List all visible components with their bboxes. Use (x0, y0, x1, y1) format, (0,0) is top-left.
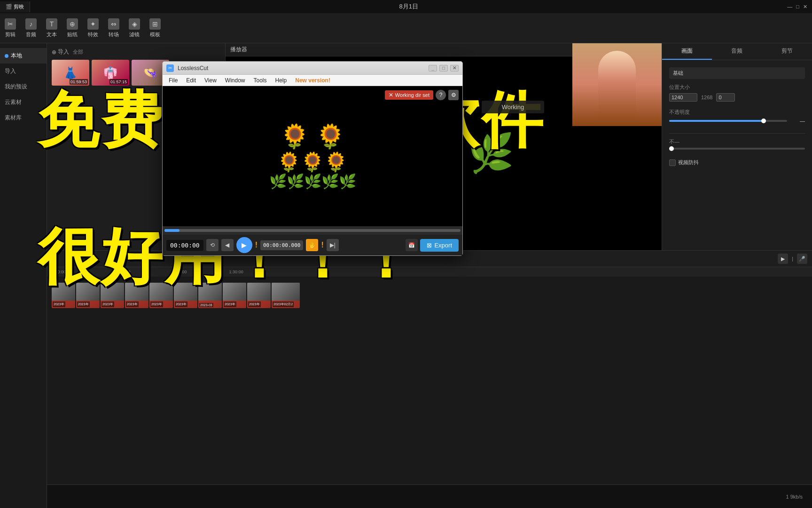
lc-next-btn[interactable]: ▶| (327, 239, 339, 251)
clip-10[interactable]: 2023年02月2 (272, 283, 300, 308)
lc-menu-file[interactable]: File (165, 76, 181, 85)
clip-6[interactable]: 2023年 (174, 283, 197, 308)
lc-menu-new-version[interactable]: New version! (291, 76, 334, 85)
toolbar-text[interactable]: T 文本 (46, 18, 57, 38)
lc-hand-button[interactable]: ✋ (306, 239, 318, 251)
blur-handle[interactable] (669, 146, 674, 151)
clip-img-8 (223, 283, 246, 301)
timeline-playback-btn[interactable]: ▶ (778, 254, 788, 264)
status-bar: 1102 1 9kb/s (0, 484, 812, 508)
lc-menu-edit[interactable]: Edit (182, 76, 200, 85)
lc-close-btn[interactable]: ✕ (450, 65, 459, 71)
app-icon: 🎬 (6, 4, 12, 9)
clip-img-3 (101, 283, 124, 301)
lc-working-dir-badge[interactable]: ✕ Working dir set (385, 90, 433, 100)
lc-start-timecode[interactable]: 00:00:00 (166, 240, 203, 251)
clip-label-8: 2023年 (224, 302, 236, 307)
sidebar-item-cloud[interactable]: 云素材 (0, 95, 47, 110)
import-button[interactable]: ⊕ 导入 (52, 48, 69, 56)
import-icon: ⊕ (52, 49, 56, 56)
blur-slider[interactable] (669, 148, 805, 150)
toolbar-effects[interactable]: ✦ 特效 (87, 18, 99, 38)
lc-minimize-btn[interactable]: _ (429, 65, 437, 71)
lc-menu-window[interactable]: Window (221, 76, 249, 85)
lc-video-area: 🌻 🌻 🌻🌻🌻 🌿🌿🌿🌿🌿 (163, 86, 462, 226)
media-thumb-2[interactable]: 👘 01:57:15 (92, 60, 129, 86)
track-row: 🔒 👁 🔊 🔇 剪辑 2023年 2023年 2023年 2023年 (0, 277, 812, 314)
window-maximize[interactable]: □ (796, 4, 799, 9)
clip-3[interactable]: 2023年 (101, 283, 124, 308)
window-close[interactable]: ✕ (803, 4, 807, 10)
lc-notification-bar: ✕ Working dir set ? ⚙ (385, 90, 459, 100)
right-panel-content: 基础 位置大小 1268 不透明度 — 不— (662, 60, 812, 173)
timeline-mic-btn[interactable]: 🎤 (797, 254, 807, 264)
lc-maximize-btn[interactable]: □ (439, 65, 448, 71)
lc-timeline-fill (164, 229, 180, 232)
clip-img-6 (174, 283, 197, 301)
video-stabilize[interactable]: 视频防抖 (669, 159, 805, 166)
sidebar-item-library[interactable]: 素材库 (0, 110, 47, 126)
opacity-handle[interactable] (761, 119, 766, 123)
lc-menu-view[interactable]: View (201, 76, 220, 85)
clip-2[interactable]: 2023年 (76, 283, 100, 308)
lc-play-button[interactable]: ▶ (236, 237, 252, 253)
clip-img-10 (272, 283, 300, 301)
transition-icon: ⇔ (108, 18, 119, 30)
lc-settings-button[interactable]: ⚙ (448, 90, 459, 100)
clip-4[interactable]: 2023年 (125, 283, 148, 308)
lc-title-text: LosslessCut (178, 65, 425, 71)
window-minimize[interactable]: — (787, 4, 792, 9)
lc-title-bar: ✂ LosslessCut _ □ ✕ (163, 62, 462, 75)
clip-9[interactable]: 2023年 (247, 283, 271, 308)
lc-controls: 00:00:00 ⟲ ◀ ▶ ! 00:00:00.000 ✋ ! ▶| 📅 ⊠… (163, 235, 462, 255)
clip-strip: 2023年 2023年 2023年 2023年 2023年 2023年 (52, 283, 300, 308)
opacity-slider[interactable] (669, 120, 787, 122)
thumb-img-3: 👒 (143, 66, 157, 79)
lc-prev-btn[interactable]: ◀ (221, 239, 234, 251)
media-thumb-1[interactable]: 👗 01:59:53 (52, 60, 89, 86)
clip-8[interactable]: 2023年 (223, 283, 246, 308)
timeline-ruler: 1:00:00 1:10:00:0 1:20:00 1:30:00 (47, 267, 812, 277)
clip-5[interactable]: 2023年 (149, 283, 173, 308)
sidebar-item-import[interactable]: 导入 (0, 64, 47, 79)
clip-img-4 (125, 283, 148, 301)
lc-end-timecode[interactable]: 00:00:00.000 (260, 240, 303, 250)
tab-clip[interactable]: 剪节 (762, 43, 812, 60)
clip-1[interactable]: 2023年 (52, 283, 75, 308)
clip-label-6: 2023年 (175, 302, 187, 307)
thumb-img-1: 👗 (63, 66, 78, 79)
toolbar-sticker[interactable]: ⊕ 贴纸 (67, 18, 78, 38)
position-x-input[interactable] (669, 93, 697, 102)
toolbar-filter[interactable]: ◈ 滤镜 (129, 18, 140, 38)
lc-notif-close-icon[interactable]: ✕ (389, 92, 393, 98)
app-tab-main[interactable]: 🎬 剪映 (0, 1, 30, 12)
thumb-duration-2: 01:57:15 (109, 79, 128, 85)
toolbar-clip[interactable]: ✂ 剪辑 (5, 18, 16, 38)
person-image (572, 41, 662, 126)
toolbar-audio[interactable]: ♪ 音频 (25, 18, 37, 38)
lc-sunflower-display: 🌻 🌻 🌻🌻🌻 🌿🌿🌿🌿🌿 (269, 122, 356, 190)
lc-menu-tools[interactable]: Tools (250, 76, 271, 85)
lc-menu-help[interactable]: Help (272, 76, 291, 85)
lc-help-button[interactable]: ? (436, 90, 446, 100)
sidebar-item-preset[interactable]: 我的预设 (0, 79, 47, 95)
all-label: 全部 (73, 48, 83, 56)
status-right: 1 9kb/s (786, 494, 803, 500)
basic-label: 基础 (673, 70, 801, 77)
sidebar-item-local[interactable]: 本地 (0, 48, 47, 64)
position-y-input[interactable] (716, 93, 735, 102)
toolbar-template[interactable]: ⊞ 模板 (149, 18, 161, 38)
opacity-section: 不透明度 — (669, 109, 805, 124)
toolbar-transition[interactable]: ⇔ 转场 (108, 18, 119, 38)
right-panel: 画面 音频 剪节 基础 位置大小 1268 不透明度 — (662, 43, 812, 250)
tab-audio[interactable]: 音频 (712, 43, 762, 60)
timeline-marker: | (792, 256, 793, 262)
lc-calendar-btn[interactable]: 📅 (406, 239, 418, 251)
tab-visual[interactable]: 画面 (662, 43, 712, 60)
window-top-bar: 🎬 剪映 8月1日 — □ ✕ (0, 0, 812, 13)
lc-reset-btn[interactable]: ⟲ (206, 239, 219, 251)
video-stabilize-checkbox[interactable] (669, 159, 676, 166)
lc-export-button[interactable]: ⊠ Export (420, 239, 459, 252)
clip-7[interactable]: 2023-03 (198, 283, 222, 308)
lc-timeline-track[interactable] (164, 229, 461, 232)
